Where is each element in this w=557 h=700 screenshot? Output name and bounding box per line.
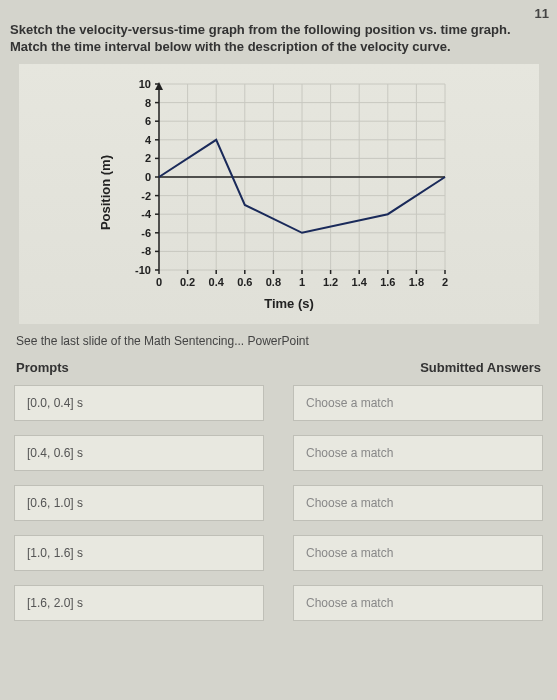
prompt-box: [1.0, 1.6] s	[14, 535, 264, 571]
match-row: [0.0, 0.4] sChoose a match	[10, 385, 547, 435]
note-text: See the last slide of the Math Sentencin…	[16, 334, 547, 348]
svg-text:-10: -10	[135, 264, 151, 276]
prompts-header: Prompts	[16, 360, 69, 375]
svg-text:2: 2	[145, 152, 151, 164]
svg-text:-8: -8	[141, 245, 151, 257]
svg-text:0.4: 0.4	[209, 276, 225, 288]
prompt-box: [0.4, 0.6] s	[14, 435, 264, 471]
page-number: 11	[535, 6, 549, 21]
svg-text:1: 1	[299, 276, 305, 288]
svg-text:0.6: 0.6	[237, 276, 252, 288]
svg-marker-24	[155, 82, 163, 90]
svg-text:-6: -6	[141, 227, 151, 239]
match-row: [0.4, 0.6] sChoose a match	[10, 435, 547, 485]
instruction-line-2: Match the time interval below with the d…	[10, 39, 547, 54]
svg-text:-4: -4	[141, 208, 152, 220]
svg-text:0: 0	[156, 276, 162, 288]
chart-container: Position (m) -10-8-6-4-2024681000.20.40.…	[19, 64, 539, 324]
prompt-box: [0.0, 0.4] s	[14, 385, 264, 421]
chart-ylabel: Position (m)	[98, 155, 113, 230]
svg-text:1.2: 1.2	[323, 276, 338, 288]
svg-text:6: 6	[145, 115, 151, 127]
answer-dropdown[interactable]: Choose a match	[293, 585, 543, 621]
answer-dropdown[interactable]: Choose a match	[293, 435, 543, 471]
chart-svg: -10-8-6-4-2024681000.20.40.60.811.21.41.…	[119, 74, 459, 294]
svg-text:1.4: 1.4	[352, 276, 368, 288]
prompt-box: [1.6, 2.0] s	[14, 585, 264, 621]
svg-text:2: 2	[442, 276, 448, 288]
match-row: [0.6, 1.0] sChoose a match	[10, 485, 547, 535]
chart-xlabel: Time (s)	[264, 296, 314, 311]
prompt-box: [0.6, 1.0] s	[14, 485, 264, 521]
answers-header: Submitted Answers	[420, 360, 541, 375]
svg-text:8: 8	[145, 97, 151, 109]
svg-text:0.2: 0.2	[180, 276, 195, 288]
answer-dropdown[interactable]: Choose a match	[293, 485, 543, 521]
svg-text:10: 10	[139, 78, 151, 90]
svg-text:-2: -2	[141, 190, 151, 202]
svg-text:1.8: 1.8	[409, 276, 424, 288]
instruction-line-1: Sketch the velocity-versus-time graph fr…	[10, 22, 547, 37]
answer-dropdown[interactable]: Choose a match	[293, 385, 543, 421]
answer-dropdown[interactable]: Choose a match	[293, 535, 543, 571]
match-row: [1.6, 2.0] sChoose a match	[10, 585, 547, 635]
table-header-row: Prompts Submitted Answers	[10, 360, 547, 385]
svg-text:0.8: 0.8	[266, 276, 281, 288]
match-row: [1.0, 1.6] sChoose a match	[10, 535, 547, 585]
svg-text:1.6: 1.6	[380, 276, 395, 288]
svg-text:0: 0	[145, 171, 151, 183]
svg-text:4: 4	[145, 134, 152, 146]
